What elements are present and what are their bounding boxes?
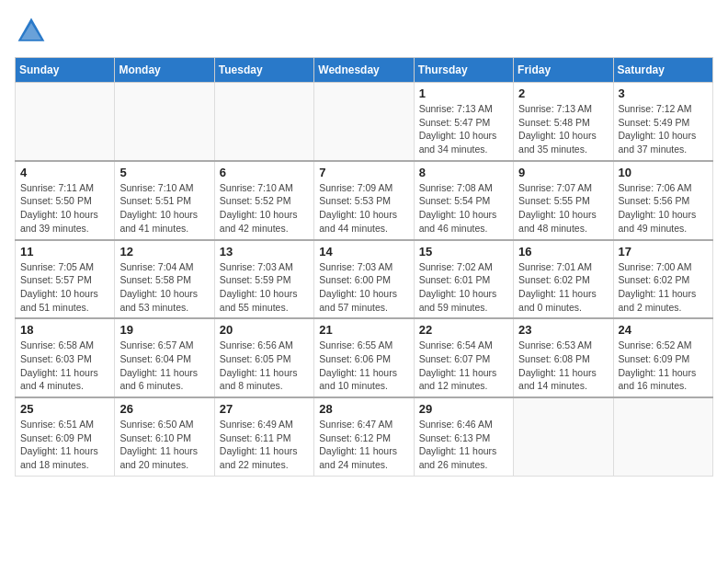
day-detail: Sunrise: 7:13 AM Sunset: 5:47 PM Dayligh…	[419, 102, 508, 156]
day-detail: Sunrise: 6:55 AM Sunset: 6:06 PM Dayligh…	[319, 339, 408, 393]
calendar-cell: 1Sunrise: 7:13 AM Sunset: 5:47 PM Daylig…	[414, 83, 513, 161]
day-of-week-header: Monday	[115, 58, 214, 83]
logo-icon	[15, 15, 48, 48]
calendar-cell: 11Sunrise: 7:05 AM Sunset: 5:57 PM Dayli…	[16, 240, 115, 319]
day-detail: Sunrise: 6:54 AM Sunset: 6:07 PM Dayligh…	[419, 339, 508, 393]
day-number: 18	[20, 323, 109, 337]
calendar-cell: 27Sunrise: 6:49 AM Sunset: 6:11 PM Dayli…	[214, 397, 313, 476]
calendar-week-row: 11Sunrise: 7:05 AM Sunset: 5:57 PM Dayli…	[16, 240, 713, 319]
day-detail: Sunrise: 7:10 AM Sunset: 5:52 PM Dayligh…	[220, 181, 309, 236]
day-detail: Sunrise: 7:07 AM Sunset: 5:55 PM Dayligh…	[518, 181, 608, 236]
calendar-week-row: 25Sunrise: 6:51 AM Sunset: 6:09 PM Dayli…	[16, 397, 713, 476]
day-detail: Sunrise: 7:09 AM Sunset: 5:53 PM Dayligh…	[319, 181, 408, 236]
day-number: 7	[319, 166, 408, 179]
day-detail: Sunrise: 7:12 AM Sunset: 5:49 PM Dayligh…	[619, 102, 708, 156]
day-detail: Sunrise: 7:11 AM Sunset: 5:50 PM Dayligh…	[20, 181, 109, 236]
day-detail: Sunrise: 7:10 AM Sunset: 5:51 PM Dayligh…	[119, 181, 209, 236]
calendar-cell: 12Sunrise: 7:04 AM Sunset: 5:58 PM Dayli…	[115, 240, 214, 319]
day-detail: Sunrise: 7:03 AM Sunset: 5:59 PM Dayligh…	[220, 260, 309, 315]
day-number: 6	[220, 166, 309, 179]
calendar-cell: 23Sunrise: 6:53 AM Sunset: 6:08 PM Dayli…	[514, 318, 613, 397]
day-number: 8	[419, 166, 508, 179]
calendar-cell: 24Sunrise: 6:52 AM Sunset: 6:09 PM Dayli…	[613, 318, 712, 397]
calendar-cell	[214, 83, 313, 161]
day-detail: Sunrise: 6:58 AM Sunset: 6:03 PM Dayligh…	[20, 339, 109, 393]
day-detail: Sunrise: 6:49 AM Sunset: 6:11 PM Dayligh…	[220, 418, 309, 472]
calendar-week-row: 18Sunrise: 6:58 AM Sunset: 6:03 PM Dayli…	[16, 318, 713, 397]
calendar-cell: 17Sunrise: 7:00 AM Sunset: 6:02 PM Dayli…	[613, 240, 712, 319]
day-number: 1	[419, 86, 508, 100]
day-detail: Sunrise: 7:03 AM Sunset: 6:00 PM Dayligh…	[319, 260, 408, 315]
page-header	[15, 15, 713, 48]
day-number: 2	[518, 86, 608, 100]
calendar-cell: 5Sunrise: 7:10 AM Sunset: 5:51 PM Daylig…	[115, 161, 214, 240]
calendar-cell	[514, 397, 613, 476]
day-of-week-header: Sunday	[16, 58, 115, 83]
day-detail: Sunrise: 7:06 AM Sunset: 5:56 PM Dayligh…	[619, 181, 708, 236]
calendar-week-row: 1Sunrise: 7:13 AM Sunset: 5:47 PM Daylig…	[16, 83, 713, 161]
day-number: 23	[518, 323, 608, 337]
calendar-cell: 18Sunrise: 6:58 AM Sunset: 6:03 PM Dayli…	[16, 318, 115, 397]
calendar-cell: 10Sunrise: 7:06 AM Sunset: 5:56 PM Dayli…	[613, 161, 712, 240]
logo	[15, 15, 51, 48]
calendar-cell: 25Sunrise: 6:51 AM Sunset: 6:09 PM Dayli…	[16, 397, 115, 476]
calendar-cell: 19Sunrise: 6:57 AM Sunset: 6:04 PM Dayli…	[115, 318, 214, 397]
calendar-cell: 8Sunrise: 7:08 AM Sunset: 5:54 PM Daylig…	[414, 161, 513, 240]
calendar-cell: 2Sunrise: 7:13 AM Sunset: 5:48 PM Daylig…	[514, 83, 613, 161]
day-number: 14	[319, 245, 408, 259]
day-detail: Sunrise: 7:01 AM Sunset: 6:02 PM Dayligh…	[518, 260, 608, 315]
calendar-cell: 3Sunrise: 7:12 AM Sunset: 5:49 PM Daylig…	[613, 83, 712, 161]
day-detail: Sunrise: 6:53 AM Sunset: 6:08 PM Dayligh…	[518, 339, 608, 393]
day-number: 9	[518, 166, 608, 179]
calendar-cell: 22Sunrise: 6:54 AM Sunset: 6:07 PM Dayli…	[414, 318, 513, 397]
day-number: 26	[119, 402, 209, 416]
day-number: 27	[220, 402, 309, 416]
day-detail: Sunrise: 6:52 AM Sunset: 6:09 PM Dayligh…	[619, 339, 708, 393]
calendar-week-row: 4Sunrise: 7:11 AM Sunset: 5:50 PM Daylig…	[16, 161, 713, 240]
day-detail: Sunrise: 7:13 AM Sunset: 5:48 PM Dayligh…	[518, 102, 608, 156]
days-of-week-row: SundayMondayTuesdayWednesdayThursdayFrid…	[16, 58, 713, 83]
calendar-cell: 9Sunrise: 7:07 AM Sunset: 5:55 PM Daylig…	[514, 161, 613, 240]
calendar-cell: 7Sunrise: 7:09 AM Sunset: 5:53 PM Daylig…	[314, 161, 414, 240]
calendar-table: SundayMondayTuesdayWednesdayThursdayFrid…	[15, 57, 713, 477]
day-detail: Sunrise: 7:05 AM Sunset: 5:57 PM Dayligh…	[20, 260, 109, 315]
calendar-cell: 15Sunrise: 7:02 AM Sunset: 6:01 PM Dayli…	[414, 240, 513, 319]
day-detail: Sunrise: 7:04 AM Sunset: 5:58 PM Dayligh…	[119, 260, 209, 315]
day-detail: Sunrise: 6:57 AM Sunset: 6:04 PM Dayligh…	[119, 339, 209, 393]
day-number: 12	[119, 245, 209, 259]
day-detail: Sunrise: 6:46 AM Sunset: 6:13 PM Dayligh…	[419, 418, 508, 472]
calendar-cell: 6Sunrise: 7:10 AM Sunset: 5:52 PM Daylig…	[214, 161, 313, 240]
calendar-cell	[115, 83, 214, 161]
calendar-cell	[314, 83, 414, 161]
calendar-cell: 20Sunrise: 6:56 AM Sunset: 6:05 PM Dayli…	[214, 318, 313, 397]
day-of-week-header: Friday	[514, 58, 613, 83]
day-number: 15	[419, 245, 508, 259]
day-number: 28	[319, 402, 408, 416]
calendar-cell: 26Sunrise: 6:50 AM Sunset: 6:10 PM Dayli…	[115, 397, 214, 476]
day-detail: Sunrise: 6:50 AM Sunset: 6:10 PM Dayligh…	[119, 418, 209, 472]
day-number: 22	[419, 323, 508, 337]
day-number: 29	[419, 402, 508, 416]
calendar-cell: 28Sunrise: 6:47 AM Sunset: 6:12 PM Dayli…	[314, 397, 414, 476]
calendar-cell: 13Sunrise: 7:03 AM Sunset: 5:59 PM Dayli…	[214, 240, 313, 319]
calendar-cell: 4Sunrise: 7:11 AM Sunset: 5:50 PM Daylig…	[16, 161, 115, 240]
day-detail: Sunrise: 7:00 AM Sunset: 6:02 PM Dayligh…	[619, 260, 708, 315]
day-number: 13	[220, 245, 309, 259]
day-number: 11	[20, 245, 109, 259]
day-number: 20	[220, 323, 309, 337]
day-number: 19	[119, 323, 209, 337]
calendar-cell: 16Sunrise: 7:01 AM Sunset: 6:02 PM Dayli…	[514, 240, 613, 319]
day-number: 24	[619, 323, 708, 337]
day-of-week-header: Thursday	[414, 58, 513, 83]
day-detail: Sunrise: 6:47 AM Sunset: 6:12 PM Dayligh…	[319, 418, 408, 472]
day-of-week-header: Tuesday	[214, 58, 313, 83]
calendar-cell	[16, 83, 115, 161]
day-number: 10	[619, 166, 708, 179]
day-detail: Sunrise: 6:51 AM Sunset: 6:09 PM Dayligh…	[20, 418, 109, 472]
calendar-header: SundayMondayTuesdayWednesdayThursdayFrid…	[16, 58, 713, 83]
calendar-cell	[613, 397, 712, 476]
calendar-cell: 14Sunrise: 7:03 AM Sunset: 6:00 PM Dayli…	[314, 240, 414, 319]
day-number: 5	[119, 166, 209, 179]
day-detail: Sunrise: 7:02 AM Sunset: 6:01 PM Dayligh…	[419, 260, 508, 315]
day-detail: Sunrise: 7:08 AM Sunset: 5:54 PM Dayligh…	[419, 181, 508, 236]
